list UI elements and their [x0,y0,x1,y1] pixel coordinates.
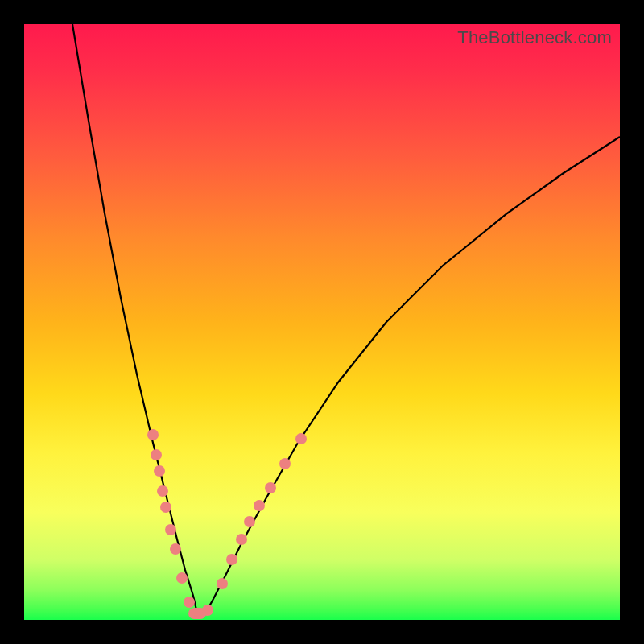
marker-dot [265,482,276,493]
marker-dot [202,605,213,616]
marker-dot [160,502,171,513]
marker-dot [279,458,291,469]
bottleneck-curve [24,24,620,620]
marker-dot [244,516,255,527]
marker-dot [154,465,165,477]
marker-dot [157,485,168,497]
marker-dot [151,449,162,460]
marker-dot [236,534,247,545]
marker-dot [254,500,265,511]
marker-dot [226,554,237,565]
marker-dot [217,578,228,589]
marker-dot [165,524,176,535]
watermark-text: TheBottleneck.com [457,27,612,48]
marker-dot [184,597,195,608]
marker-dot [170,543,181,555]
plot-area: TheBottleneck.com [24,24,620,620]
marker-dot [147,429,159,440]
marker-dot [176,572,188,584]
outer-frame: TheBottleneck.com [0,0,644,644]
marker-dot [295,433,307,444]
